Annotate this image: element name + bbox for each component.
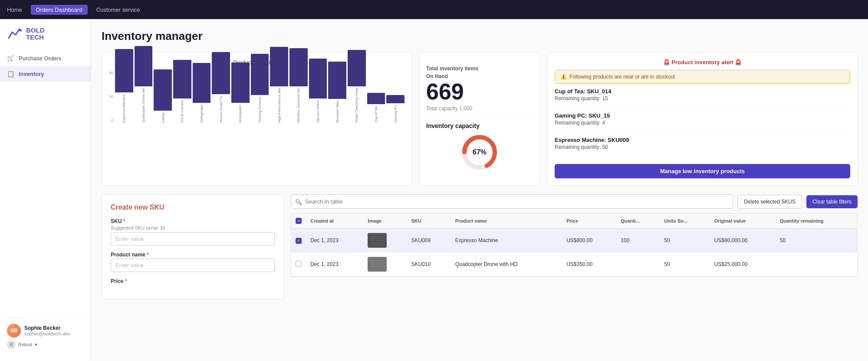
bar [309, 59, 327, 98]
alert-item-2-name: Espresso Machine: SKU009 [555, 137, 850, 143]
cell-image-1 [363, 253, 407, 276]
inventory-table: − Created at Image SKU Product name Pric… [291, 213, 857, 276]
bar-label: Gaming Console [258, 97, 262, 123]
bar-label: Gaming PC [394, 105, 398, 123]
cell-product-name-1: Quadcopter Drone with HD [451, 253, 562, 276]
cell-sku-1: SKU010 [407, 253, 450, 276]
table-toolbar: 🔍 Delete selected SKUS Clear table filte… [291, 194, 858, 209]
cell-image-0 [363, 229, 407, 253]
bar-col: Espresso Machine [115, 49, 133, 123]
col-price: Price [562, 213, 616, 229]
page-title: Inventory manager [102, 30, 858, 43]
capacity-text: Total capacity 1,000 [426, 105, 533, 112]
search-icon: 🔍 [295, 198, 302, 205]
nav-home[interactable]: Home [7, 7, 22, 13]
bar-label: 55-inch Smart TV [219, 96, 223, 123]
bar-label: Mountain Bike [335, 101, 339, 123]
bar [212, 52, 230, 94]
col-image: Image [363, 213, 407, 229]
bar [367, 93, 385, 104]
bar [135, 46, 153, 86]
table-row: ✓ Dec 1, 2023 SKU009 Espresso Machine US… [291, 229, 857, 253]
inventory-count: 669 [426, 80, 533, 103]
svg-marker-0 [19, 28, 23, 31]
sku-field: SKU * Suggested SKU serial: 16 [111, 218, 275, 246]
header-checkbox[interactable]: − [296, 218, 302, 224]
bar-label: Noise-Canceling Headphones [355, 88, 358, 123]
create-sku-card: Create new SKU SKU * Suggested SKU seria… [102, 194, 284, 299]
logo-icon [7, 26, 23, 42]
product-name-label: Product name * [111, 252, 275, 258]
cell-price-1: US$350.00 [562, 253, 616, 276]
manage-low-inventory-button[interactable]: Manage low inventory products [555, 164, 850, 178]
table-section: 🔍 Delete selected SKUS Clear table filte… [291, 194, 858, 299]
total-inventory-label: Total inventory items [426, 66, 533, 72]
alert-title: 🚨 Product inventory alert 🚨 [555, 59, 850, 66]
bar [328, 62, 346, 99]
col-product-name: Product name [451, 213, 562, 229]
alert-card: 🚨 Product inventory alert 🚨 ⚠️ Following… [547, 52, 858, 186]
search-wrapper: 🔍 [291, 194, 733, 209]
nav-customer-service[interactable]: Customer service [96, 7, 140, 13]
sidebar-item-purchase-orders[interactable]: 🛒 Purchase Orders [0, 50, 91, 66]
retool-badge: R Retool ▾ [7, 338, 84, 349]
alert-item-1: Gaming PC: SKU_15 Remaining quantity: 4 [555, 112, 850, 131]
bar-col: Wireless Surround Sound System [289, 48, 308, 123]
price-field: Price * [111, 278, 275, 284]
bar-col: Gaming Console [251, 54, 269, 123]
total-inventory-card: Total inventory items On Hand 669 Total … [419, 52, 540, 186]
bar-label: Smartwatch [238, 105, 242, 123]
alert-item-0-qty: Remaining quantity: 15 [555, 95, 850, 102]
header-checkbox-cell: − [291, 213, 306, 229]
product-name-field: Product name * [111, 252, 275, 272]
chart-area: 40 20 0 Espresso MachineQuadcopter Drone… [109, 71, 404, 123]
clear-filters-button[interactable]: Clear table filters [806, 195, 858, 208]
on-hand-label: On Hand [426, 73, 533, 79]
cell-sku-0: SKU009 [407, 229, 450, 253]
row-checkbox-1[interactable] [296, 261, 302, 267]
table-row: Dec 1, 2023 SKU010 Quadcopter Drone with… [291, 253, 857, 276]
bar-chart: Espresso MachineQuadcopter Drone with HD… [115, 71, 404, 123]
sidebar-item-inventory[interactable]: 📋 Inventory [0, 66, 91, 82]
logo: BOLDTECH [0, 26, 91, 50]
search-input[interactable] [291, 194, 733, 209]
product-availability-card: Product availability 40 20 0 Espresso Ma… [102, 52, 412, 186]
bar-col: Vacuum Robot [309, 59, 327, 123]
alert-item-1-qty: Remaining quantity: 4 [555, 120, 850, 126]
bar [270, 47, 288, 86]
price-label: Price * [111, 278, 275, 284]
product-name-input[interactable] [111, 259, 275, 272]
alert-banner: ⚠️ Following products are near or are in… [555, 70, 850, 84]
nav-orders-dashboard[interactable]: Orders Dashboard [31, 5, 88, 15]
bar-label: Wireless Surround Sound System [296, 88, 300, 123]
bar [348, 50, 366, 86]
delete-skus-button[interactable]: Delete selected SKUS [737, 195, 802, 209]
sku-label: SKU * [111, 218, 275, 224]
alert-item-2: Espresso Machine: SKU009 Remaining quant… [555, 137, 850, 155]
row-checkbox-0[interactable]: ✓ [296, 238, 302, 244]
bar-col: Mountain Bike [328, 62, 346, 123]
cell-original-value-0: US$80,000.00 [710, 229, 776, 253]
bar-col: Gaming PC [386, 95, 404, 123]
sidebar: BOLDTECH 🛒 Purchase Orders 📋 Inventory S… [0, 19, 91, 361]
donut-chart: 67% [460, 133, 499, 172]
bar [251, 54, 269, 95]
user-name: Sophie Becker [24, 325, 70, 331]
bar-label: High-Performance Blender [277, 88, 281, 123]
table-body: ✓ Dec 1, 2023 SKU009 Espresso Machine US… [291, 229, 857, 276]
alert-item-2-qty: Remaining quantity: 50 [555, 144, 850, 150]
retool-chevron-icon: ▾ [35, 342, 37, 348]
bar-label: Laptop [161, 112, 165, 123]
sku-input[interactable] [111, 232, 275, 246]
user-details: Sophie Becker sophie@boldtech.dev [24, 325, 70, 336]
divider [426, 117, 533, 117]
alert-item-0: Cup of Tea: SKU_014 Remaining quantity: … [555, 88, 850, 107]
cell-price-0: US$800.00 [562, 229, 616, 253]
product-thumbnail-0 [368, 233, 387, 248]
col-units-sold: Units So... [660, 213, 710, 229]
row-checkbox-cell [291, 253, 306, 276]
bar-col: Quadcopter Drone with HD Came [135, 46, 153, 123]
cell-units-sold-1: 50 [660, 253, 710, 276]
bar [173, 60, 191, 98]
sku-hint: Suggested SKU serial: 16 [111, 225, 275, 230]
